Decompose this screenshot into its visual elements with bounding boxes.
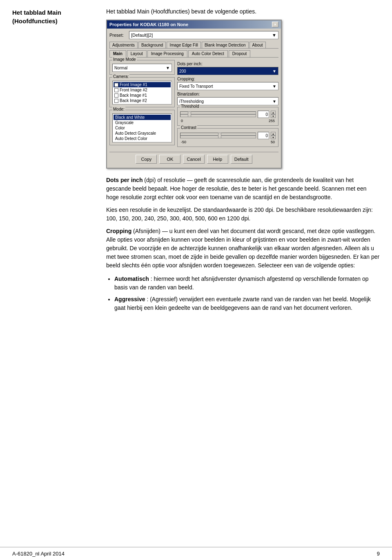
camera-check-front2[interactable] — [114, 88, 118, 92]
dialog-title: Properties for KODAK i1180 on None — [109, 22, 188, 27]
right-section: Het tabblad Main (Hoofdfuncties) bevat d… — [106, 8, 380, 539]
tab-blank-image-detection[interactable]: Blank Image Detection — [202, 42, 249, 48]
threshold-group: Threshold 0 — [177, 107, 278, 126]
threshold-label: Threshold — [180, 104, 200, 109]
mode-item-bw[interactable]: Black and White — [114, 115, 171, 120]
image-mode-arrow-icon: ▼ — [166, 66, 170, 70]
mode-item-color[interactable]: Color — [114, 125, 171, 131]
threshold-spin: ▲ ▼ — [271, 111, 276, 118]
camera-label-back1: Back Image #1 — [120, 93, 147, 98]
contrast-value-box[interactable]: 0 — [258, 132, 269, 139]
camera-label-back2: Back Image #2 — [120, 98, 147, 103]
dpi-value: 200 — [179, 69, 186, 73]
cropping-dropdown[interactable]: Fixed To Transport ▼ — [177, 82, 278, 90]
threshold-slider-row: 0 ▲ ▼ — [180, 111, 276, 118]
tab-background[interactable]: Background — [138, 42, 166, 48]
cropping-row: Fixed To Transport ▼ — [177, 82, 278, 90]
para3-text: (Afsnijden) — u kunt een deel van het do… — [106, 228, 379, 269]
cancel-button[interactable]: Cancel — [183, 155, 204, 164]
camera-check-back1[interactable] — [114, 93, 118, 98]
dialog-wrapper: Properties for KODAK i1180 on None × Pre… — [106, 20, 380, 169]
image-mode-label: Image Mode — [112, 57, 137, 62]
bullet-item-aggressive: Aggressive : (Agressief) verwijdert een … — [114, 295, 380, 312]
threshold-spin-down[interactable]: ▼ — [271, 114, 276, 118]
contrast-slider-labels: -50 50 — [180, 140, 276, 144]
camera-label: Camera: — [112, 74, 129, 79]
mode-group: Mode: Black and White Grayscale Color Au… — [109, 110, 175, 145]
tab-layout[interactable]: Layout — [127, 50, 147, 57]
camera-item-back1[interactable]: Back Image #1 — [114, 93, 171, 98]
body-text: Dots per inch (dpi) of resolutie — geeft… — [106, 176, 380, 270]
tab-dropout[interactable]: Dropout — [229, 50, 251, 57]
camera-item-front2[interactable]: Front Image #2 — [114, 87, 171, 93]
dpi-label: Dots per inch: — [177, 62, 278, 66]
tab-auto-color-detect[interactable]: Auto Color Detect — [188, 50, 228, 57]
preset-label: Preset: — [109, 33, 126, 38]
dialog-box: Properties for KODAK i1180 on None × Pre… — [106, 20, 282, 169]
camera-group: Camera: ✓ Front Image #1 Fron — [109, 77, 175, 107]
contrast-slider-row: 0 ▲ ▼ — [180, 132, 276, 139]
binarization-arrow-icon: ▼ — [272, 99, 276, 104]
para3: Cropping (Afsnijden) — u kunt een deel v… — [106, 227, 380, 270]
threshold-value-box[interactable]: 0 — [258, 111, 269, 118]
tab-about[interactable]: About — [249, 42, 266, 48]
camera-item-back2[interactable]: Back Image #2 — [114, 98, 171, 103]
bullet-list: Automatisch : hiermee wordt het afsnijdv… — [114, 275, 380, 312]
tab-image-edge-fill[interactable]: Image Edge Fill — [167, 42, 200, 48]
contrast-label: Contrast — [180, 125, 197, 130]
copy-button[interactable]: Copy — [136, 155, 157, 164]
camera-check-back2[interactable] — [114, 99, 118, 103]
preset-value: [Default][2] — [131, 33, 153, 38]
image-mode-value: Normal — [114, 66, 127, 70]
threshold-value: 0 — [265, 112, 268, 117]
tab-adjustments[interactable]: Adjustments — [109, 42, 138, 48]
contrast-spin-up[interactable]: ▲ — [271, 132, 276, 136]
right-panel: Dots per inch: 200 ▼ Cropping: — [177, 60, 278, 149]
tab-image-processing[interactable]: Image Processing — [147, 50, 187, 57]
mode-item-auto-color[interactable]: Auto Detect Color — [114, 136, 171, 141]
footer-right: 9 — [377, 551, 380, 557]
para1-text: (dpi) of resolutie — geeft de scanresolu… — [106, 177, 366, 200]
main-content: Het tabblad Main (Hoofdfuncties) Het tab… — [0, 0, 392, 547]
page-footer: A-61820_nl April 2014 9 — [0, 547, 392, 560]
close-button[interactable]: × — [272, 22, 278, 27]
ok-button[interactable]: OK — [159, 155, 180, 164]
threshold-slider-track[interactable] — [180, 111, 256, 117]
cropping-bold: Cropping — [106, 228, 131, 234]
default-button[interactable]: Default — [231, 155, 252, 164]
bullet-item-automatisch: Automatisch : hiermee wordt het afsnijdv… — [114, 275, 380, 292]
contrast-max-label: 50 — [271, 140, 275, 144]
bullet-bold-auto: Automatisch — [114, 276, 149, 282]
threshold-spin-up[interactable]: ▲ — [271, 111, 276, 114]
camera-label-front1: Front Image #1 — [120, 82, 147, 87]
contrast-value: 0 — [265, 133, 268, 138]
tab-main[interactable]: Main — [109, 50, 126, 57]
bullet-text-agg: : (Agressief) verwijdert een eventuele z… — [114, 296, 371, 311]
contrast-min-label: -50 — [181, 140, 186, 144]
intro-text: Het tabblad Main (Hoofdfuncties) bevat d… — [106, 8, 380, 15]
contrast-slider-track[interactable] — [180, 133, 256, 138]
cropping-arrow-icon: ▼ — [272, 84, 276, 89]
preset-dropdown[interactable]: [Default][2] ▼ — [129, 31, 278, 39]
mode-item-auto-gray[interactable]: Auto Detect Grayscale — [114, 131, 171, 136]
help-button[interactable]: Help — [207, 155, 228, 164]
mode-item-grayscale[interactable]: Grayscale — [114, 120, 171, 125]
camera-item-front1[interactable]: ✓ Front Image #1 — [114, 82, 171, 87]
image-mode-dropdown[interactable]: Normal ▼ — [112, 64, 172, 72]
preset-row: Preset: [Default][2] ▼ — [109, 31, 278, 39]
binarization-value: iThresholding — [179, 99, 204, 104]
contrast-spin-down[interactable]: ▼ — [271, 136, 276, 139]
page-container: Het tabblad Main (Hoofdfuncties) Het tab… — [0, 0, 392, 560]
camera-label-front2: Front Image #2 — [120, 88, 147, 92]
cropping-value: Fixed To Transport — [179, 84, 213, 89]
bullet-text-auto: : hiermee wordt het afsnijdvenster dynam… — [114, 276, 369, 291]
dialog-buttons: Copy OK Cancel Help Default — [109, 152, 278, 165]
dialog-body: Preset: [Default][2] ▼ Adjustments Backg… — [107, 29, 281, 168]
mode-list: Black and White Grayscale Color Auto Det… — [112, 113, 172, 142]
image-mode-group: Image Mode Normal ▼ — [109, 60, 175, 75]
dpi-dropdown[interactable]: 200 ▼ — [177, 67, 278, 75]
second-tabs: Main Layout Image Processing Auto Color … — [109, 50, 278, 58]
dpi-bold: Dots per inch — [106, 177, 143, 183]
mode-label: Mode: — [112, 107, 125, 111]
camera-check-front1[interactable]: ✓ — [114, 83, 118, 87]
